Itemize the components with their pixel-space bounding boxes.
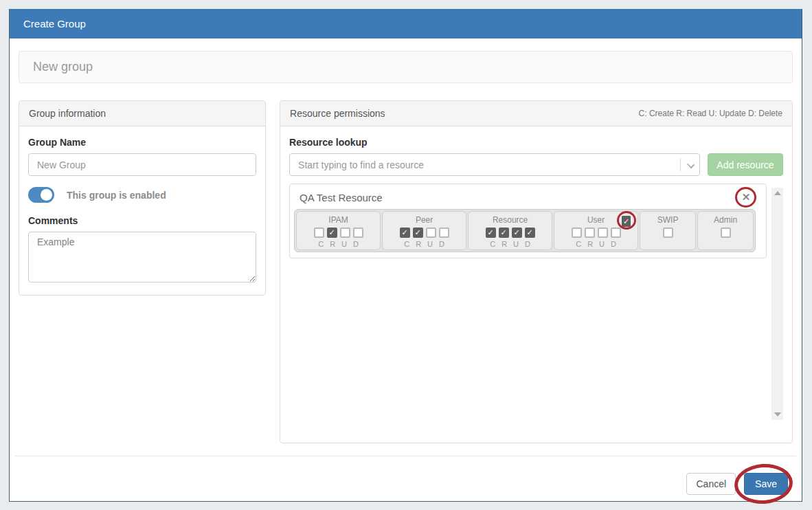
checkbox-user-d[interactable] bbox=[611, 228, 621, 238]
crud-letter: U bbox=[513, 240, 519, 248]
modal-title: Create Group bbox=[23, 18, 86, 30]
comments-textarea[interactable]: Example bbox=[28, 232, 256, 282]
crud-letter: C bbox=[318, 240, 324, 248]
crud-letter: C bbox=[404, 240, 409, 248]
lookup-input-divider bbox=[680, 158, 681, 171]
remove-resource-icon[interactable]: ✕ bbox=[740, 191, 752, 203]
checkbox-ipam-u[interactable] bbox=[340, 228, 350, 238]
crud-letter: U bbox=[341, 240, 347, 248]
group-name-label: Group Name bbox=[28, 137, 256, 148]
crud-letter: R bbox=[587, 240, 593, 248]
crud-letter: U bbox=[599, 240, 605, 248]
checkbox-admin-toggle[interactable] bbox=[721, 228, 731, 238]
save-button[interactable]: Save bbox=[744, 473, 788, 495]
module-name: Resource bbox=[493, 215, 528, 225]
checkbox-ipam-r[interactable]: ✓ bbox=[327, 228, 337, 238]
checkbox-user-r[interactable] bbox=[585, 228, 595, 238]
crud-letter: D bbox=[439, 240, 444, 248]
group-enabled-label: This group is enabled bbox=[67, 190, 166, 201]
crud-letter: R bbox=[501, 240, 507, 248]
crud-letter: U bbox=[427, 240, 433, 248]
module-name: IPAM bbox=[328, 215, 348, 225]
permission-cell-ipam: IPAM✓CRUD bbox=[296, 211, 381, 250]
crud-legend: C: Create R: Read U: Update D: Delete bbox=[639, 109, 782, 118]
crud-letter: D bbox=[353, 240, 359, 248]
group-name-input[interactable] bbox=[28, 153, 256, 176]
modal-header: Create Group bbox=[10, 9, 802, 38]
resource-name: QA Test Resource bbox=[300, 192, 383, 203]
create-group-modal: Create Group New group Group information… bbox=[9, 9, 802, 502]
resource-permissions-header: Resource permissions C: Create R: Read U… bbox=[280, 101, 792, 126]
resource-list: QA Test Resource✕IPAM✓CRUDPeer✓✓CRUDReso… bbox=[289, 184, 783, 258]
checkbox-peer-d[interactable] bbox=[439, 228, 449, 238]
select-all-checkbox-user[interactable]: ✓ bbox=[622, 216, 631, 227]
cancel-button[interactable]: Cancel bbox=[686, 473, 736, 495]
permission-cell-peer: Peer✓✓CRUD bbox=[382, 211, 466, 250]
checkbox-resource-c[interactable]: ✓ bbox=[486, 228, 496, 238]
permission-cell-user: User✓CRUD bbox=[554, 211, 638, 250]
crud-letter: C bbox=[576, 240, 581, 248]
scroll-up-icon[interactable] bbox=[771, 188, 783, 199]
checkbox-resource-r[interactable]: ✓ bbox=[499, 228, 509, 238]
group-information-card: Group information Group Name This group … bbox=[19, 100, 266, 296]
resource-lookup-label: Resource lookup bbox=[289, 137, 783, 148]
group-information-title: Group information bbox=[29, 108, 106, 119]
checkbox-resource-u[interactable]: ✓ bbox=[512, 228, 522, 238]
scroll-down-icon[interactable] bbox=[771, 408, 783, 420]
resource-permissions-title: Resource permissions bbox=[290, 108, 385, 119]
checkbox-user-c[interactable] bbox=[572, 228, 582, 238]
permission-cell-resource: Resource✓✓✓✓CRUD bbox=[468, 211, 552, 250]
resource-permissions-card: Resource permissions C: Create R: Read U… bbox=[280, 100, 793, 443]
add-resource-button[interactable]: Add resource bbox=[708, 153, 783, 176]
toggle-knob bbox=[41, 189, 52, 201]
crud-letter: C bbox=[490, 240, 495, 248]
crud-letter: D bbox=[611, 240, 616, 248]
checkbox-swip-toggle[interactable] bbox=[663, 228, 673, 238]
resource-list-scrollbar[interactable] bbox=[771, 188, 783, 420]
checkbox-peer-r[interactable]: ✓ bbox=[413, 228, 423, 238]
permission-cell-admin: Admin bbox=[697, 211, 754, 250]
checkbox-user-u[interactable] bbox=[598, 228, 608, 238]
checkbox-resource-d[interactable]: ✓ bbox=[525, 228, 535, 238]
crud-letter: D bbox=[525, 240, 530, 248]
checkbox-peer-u[interactable] bbox=[426, 228, 436, 238]
comments-label: Comments bbox=[28, 215, 256, 226]
crud-letter: R bbox=[416, 240, 421, 248]
permission-cell-swip: SWIP bbox=[640, 211, 696, 250]
checkbox-ipam-d[interactable] bbox=[353, 228, 363, 238]
resource-row: QA Test Resource✕IPAM✓CRUDPeer✓✓CRUDReso… bbox=[289, 184, 767, 258]
group-information-header: Group information bbox=[19, 101, 265, 126]
module-name: Peer bbox=[416, 215, 433, 225]
crud-letter: R bbox=[330, 240, 335, 248]
module-name: Admin bbox=[714, 215, 737, 225]
checkbox-ipam-c[interactable] bbox=[314, 228, 324, 238]
module-name: SWIP bbox=[657, 215, 679, 225]
permission-strip: IPAM✓CRUDPeer✓✓CRUDResource✓✓✓✓CRUDUser✓… bbox=[294, 209, 756, 252]
group-enabled-toggle[interactable] bbox=[28, 187, 54, 203]
group-subtitle: New group bbox=[33, 60, 93, 74]
module-name: User bbox=[587, 215, 605, 225]
checkbox-peer-c[interactable]: ✓ bbox=[400, 228, 410, 238]
resource-lookup-input[interactable] bbox=[289, 153, 700, 176]
resource-list-region: QA Test Resource✕IPAM✓CRUDPeer✓✓CRUDReso… bbox=[289, 184, 783, 420]
group-subtitle-box: New group bbox=[19, 51, 793, 83]
